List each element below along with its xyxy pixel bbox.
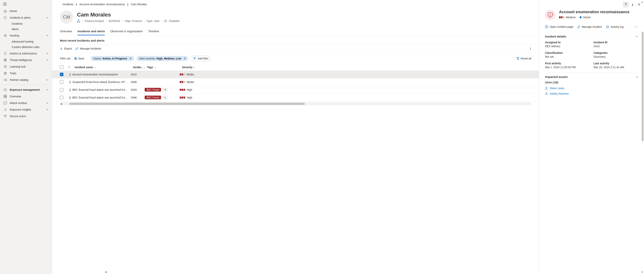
nav-advanced-hunting[interactable]: Advanced hunting bbox=[10, 39, 50, 44]
nav-label: Trials bbox=[10, 72, 16, 75]
nav-actions[interactable]: Actions & submissions bbox=[2, 50, 50, 57]
breadcrumb-incidents[interactable]: Incidents bbox=[62, 3, 74, 6]
nav-secure-score[interactable]: Secure score bbox=[2, 113, 50, 119]
expand-row-icon[interactable]: ❯ bbox=[68, 96, 72, 99]
open-incident-page-button[interactable]: Open incident page bbox=[545, 25, 573, 28]
row-checkbox[interactable]: ✓ bbox=[60, 73, 64, 76]
hamburger-menu[interactable] bbox=[0, 1, 10, 7]
row-checkbox[interactable] bbox=[60, 88, 64, 91]
nav-incidents[interactable]: Incidents bbox=[10, 21, 50, 26]
save-filter-button[interactable]: Save bbox=[74, 57, 84, 60]
accordion-impacted-assets[interactable]: Impacted assets bbox=[545, 75, 638, 78]
avatar: CM bbox=[60, 10, 73, 24]
svg-point-7 bbox=[6, 79, 6, 79]
expand-row-icon[interactable]: ❯ bbox=[68, 73, 72, 76]
table-row[interactable]: ❯ BEC financial fraud attack was launche… bbox=[52, 94, 539, 101]
org-icon[interactable] bbox=[77, 19, 80, 22]
svg-point-6 bbox=[4, 79, 5, 80]
value-incident-id: 2410 bbox=[594, 45, 638, 48]
connector-icon bbox=[4, 78, 7, 82]
collapse-left-icon[interactable]: ◀ bbox=[52, 271, 106, 273]
meta-dept: Dept: Finance bbox=[125, 19, 142, 22]
col-incident-id[interactable]: Incide... ⌄ bbox=[133, 66, 147, 69]
row-checkbox[interactable] bbox=[60, 96, 64, 99]
select-all-checkbox[interactable] bbox=[60, 65, 64, 69]
table-row[interactable]: ❯ BEC financial fraud attack was launche… bbox=[52, 86, 539, 94]
col-tags[interactable]: Tags ⌄ bbox=[147, 66, 182, 69]
shield-icon bbox=[4, 16, 7, 19]
scrollbar-thumb[interactable] bbox=[69, 103, 305, 105]
nav-attack-surface[interactable]: Attack surface bbox=[2, 100, 50, 106]
scroll-up-icon[interactable]: ▲ bbox=[642, 32, 644, 33]
scroll-left-icon[interactable]: ◀ bbox=[60, 102, 62, 105]
remove-filter-icon[interactable]: ✕ bbox=[129, 57, 132, 60]
nav-threat-intel[interactable]: Threat intelligence bbox=[2, 57, 50, 63]
button-label: Add filter bbox=[198, 57, 208, 60]
chevron-down-icon: ⌄ bbox=[154, 66, 156, 69]
nav-trials[interactable]: Trials bbox=[2, 70, 50, 77]
next-item-button[interactable] bbox=[630, 1, 636, 7]
nav-incidents-alerts[interactable]: Incidents & alerts bbox=[2, 14, 50, 21]
expand-row-icon[interactable]: ❯ bbox=[68, 80, 72, 84]
prev-item-button[interactable] bbox=[623, 1, 629, 7]
tag-chip: BEC Fraud bbox=[145, 88, 161, 91]
row-number-header[interactable] bbox=[68, 66, 75, 69]
nav-learning[interactable]: Learning hub bbox=[2, 63, 50, 70]
tab-incidents-alerts[interactable]: Incidents and alerts bbox=[78, 27, 105, 35]
filter-pill-severity[interactable]: Alert severity: High, Medium, Low ✕ bbox=[136, 56, 188, 61]
label-last-activity: Last activity bbox=[594, 62, 638, 65]
tab-observed[interactable]: Observed in organization bbox=[110, 27, 143, 35]
row-checkbox[interactable] bbox=[60, 80, 64, 84]
chevron-up-icon bbox=[46, 34, 48, 37]
manage-incident-button[interactable]: Manage incident bbox=[578, 25, 602, 28]
nav-exposure[interactable]: Exposure management bbox=[2, 86, 50, 93]
nav-home[interactable]: Home bbox=[2, 8, 50, 14]
cell-tags: BEC Fraud+6 bbox=[145, 88, 180, 91]
manage-incidents-button[interactable]: Manage incidents bbox=[76, 47, 101, 50]
breadcrumb-incident-title[interactable]: Account enumeration reconnaissance bbox=[79, 3, 125, 6]
user-link[interactable]: Steve Lewis bbox=[545, 85, 638, 91]
nav-alerts[interactable]: Alerts bbox=[10, 26, 50, 32]
nav-custom-rules[interactable]: Custom detection rules bbox=[10, 44, 50, 50]
col-severity[interactable]: Severity ⌄ bbox=[182, 66, 205, 69]
col-incident-name[interactable]: Incident name ⌄ bbox=[75, 66, 133, 69]
expand-row-icon[interactable]: ❯ bbox=[68, 88, 72, 91]
svg-rect-10 bbox=[4, 95, 5, 96]
tag-more[interactable]: +6 bbox=[162, 88, 168, 91]
accordion-incident-details[interactable]: Incident details bbox=[545, 35, 638, 38]
table-row[interactable]: ✓ ❯ Account enumeration reconnaissance 2… bbox=[52, 71, 539, 78]
user-link[interactable]: Ashley Ramirez bbox=[545, 91, 638, 96]
filter-icon bbox=[194, 57, 196, 60]
incident-severity-icon bbox=[545, 10, 556, 20]
scrollbar-thumb[interactable] bbox=[642, 32, 644, 141]
cell-incident-id: 2443 bbox=[131, 88, 145, 91]
chevron-up-icon bbox=[46, 89, 48, 91]
tag-more[interactable]: +1 bbox=[162, 96, 168, 99]
add-filter-button[interactable]: Add filter bbox=[190, 56, 210, 61]
more-actions-button[interactable]: ··· bbox=[635, 25, 638, 28]
nav-exp-overview[interactable]: Overview bbox=[2, 93, 50, 100]
horizontal-scrollbar[interactable]: ◀ ▶ bbox=[60, 102, 531, 105]
nav-exposure-insights[interactable]: Exposure insights bbox=[2, 106, 50, 113]
export-button[interactable]: Export bbox=[60, 47, 72, 50]
reset-filters-button[interactable]: Reset all bbox=[516, 57, 531, 60]
table-row[interactable]: ❯ Suspected brute-force attack (Kerberos… bbox=[52, 78, 539, 86]
reset-icon bbox=[516, 57, 519, 60]
remove-filter-icon[interactable]: ✕ bbox=[183, 57, 186, 60]
nav-partner[interactable]: Partner catalog bbox=[2, 77, 50, 83]
nav-label: Learning hub bbox=[10, 65, 26, 68]
vertical-scrollbar[interactable] bbox=[642, 32, 644, 274]
meta-role: Finance Analyst bbox=[85, 19, 104, 22]
details-panel: ▲ ▼ Account enumeration reconnaissance M… bbox=[539, 0, 644, 274]
toolbar: Export Manage incidents 1 bbox=[52, 44, 539, 53]
tab-timeline[interactable]: Timeline bbox=[148, 27, 159, 35]
tab-overview[interactable]: Overview bbox=[60, 27, 72, 35]
panel-status: Active bbox=[580, 16, 590, 19]
target-icon bbox=[4, 34, 7, 37]
scroll-up-icon[interactable]: ▲ bbox=[641, 1, 643, 3]
nav-hunting[interactable]: Hunting bbox=[2, 32, 50, 39]
filter-pill-status[interactable]: Status: Active, In Progress ✕ bbox=[90, 56, 134, 61]
chevron-down-icon bbox=[46, 108, 48, 111]
activity-log-button[interactable]: Activity log bbox=[606, 25, 624, 28]
user-name: Ashley Ramirez bbox=[550, 92, 569, 95]
